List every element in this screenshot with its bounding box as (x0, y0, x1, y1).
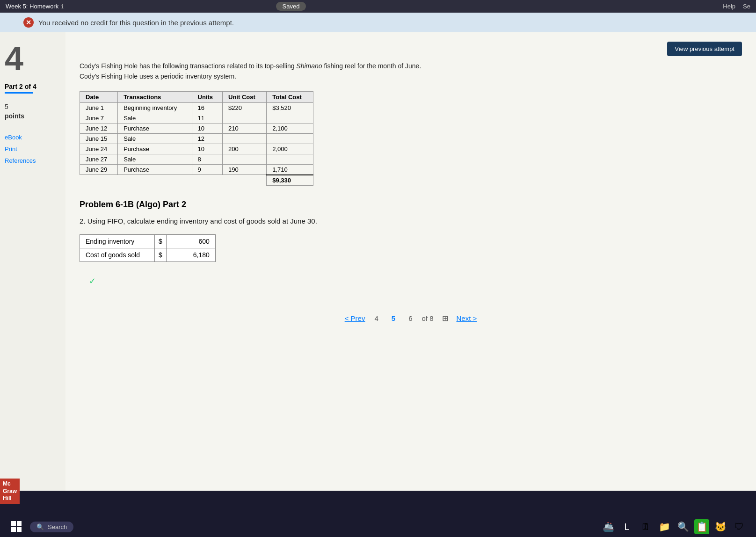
page-title: Week 5: Homework ℹ (6, 3, 64, 10)
taskbar-icon-8[interactable]: 🛡 (732, 519, 747, 534)
sidebar: 4 Part 2 of 4 5 points eBook Print Refer… (0, 32, 65, 491)
part-label: Part 2 of 4 (5, 83, 61, 90)
col-total-cost: Total Cost (267, 91, 313, 102)
table-row: June 15 Sale 12 (80, 133, 313, 144)
taskbar-icon-5[interactable]: 🔍 (676, 519, 691, 534)
page-4-button[interactable]: 4 (371, 312, 382, 324)
mcgraw-badge: Mc Graw Hill (0, 479, 20, 504)
answer-table: Ending inventory $ Cost of goods sold $ (80, 234, 216, 262)
taskbar-icon-7[interactable]: 🐱 (713, 519, 728, 534)
help-link[interactable]: Help (723, 3, 735, 10)
table-row: June 12 Purchase 10 210 2,100 (80, 123, 313, 133)
print-link[interactable]: Print (5, 145, 61, 152)
bottom-nav: < Prev 4 5 6 of 8 ⊞ Next > (80, 305, 742, 332)
col-date: Date (80, 91, 118, 102)
table-row: June 7 Sale 11 (80, 113, 313, 123)
taskbar-icon-3[interactable]: 🗓 (638, 519, 653, 534)
table-row: June 1 Beginning inventory 16 $220 $3,52… (80, 102, 313, 113)
part-underline (5, 92, 33, 94)
cogs-row: Cost of goods sold $ (80, 248, 216, 261)
start-button[interactable] (9, 519, 24, 534)
page-6-button[interactable]: 6 (405, 312, 416, 324)
content-area: View previous attempt Cody's Fishing Hol… (65, 32, 756, 491)
checkmark-icon: ✓ (89, 276, 96, 286)
sub-question: 2. Using FIFO, calculate ending inventor… (80, 217, 742, 225)
notice-bar: ✕ You received no credit for this questi… (0, 13, 756, 32)
next-button[interactable]: Next > (457, 314, 477, 322)
question-text-2: fishing reel for the month of June. (322, 62, 422, 70)
view-previous-button[interactable]: View previous attempt (667, 42, 742, 56)
question-text-1: Cody's Fishing Hole has the following tr… (80, 62, 296, 70)
ending-inventory-field[interactable] (172, 238, 210, 245)
question-number: 4 (5, 42, 61, 75)
search-bar[interactable]: 🔍 Search (30, 522, 73, 532)
col-units: Units (192, 91, 222, 102)
sidebar-links: eBook Print References (5, 134, 61, 164)
transaction-table: Date Transactions Units Unit Cost Total … (80, 91, 313, 186)
top-bar-right: Help Se (723, 3, 750, 10)
settings-link[interactable]: Se (743, 3, 750, 10)
main-content: 4 Part 2 of 4 5 points eBook Print Refer… (0, 32, 756, 491)
mcgraw-line2: Graw (3, 488, 17, 495)
prev-button[interactable]: < Prev (345, 314, 365, 322)
col-transactions: Transactions (118, 91, 192, 102)
title-text: Week 5: Homework (6, 3, 58, 10)
total-value: $9,330 (267, 175, 313, 186)
shimano-text: Shimano (296, 62, 322, 70)
ending-inventory-dollar: $ (155, 234, 167, 248)
info-icon[interactable]: ℹ (61, 3, 64, 10)
table-row: June 24 Purchase 10 200 2,000 (80, 144, 313, 154)
problem-heading: Problem 6-1B (Algo) Part 2 (80, 200, 742, 210)
cogs-field[interactable] (172, 251, 210, 259)
notice-message: You received no credit for this question… (38, 19, 234, 27)
mcgraw-line1: Mc (3, 480, 17, 488)
taskbar: 🔍 Search 🚢 L 🗓 📁 🔍 📋 🐱 🛡 (0, 516, 756, 537)
of-text: of 8 (422, 314, 434, 322)
table-total-row: $9,330 (80, 175, 313, 186)
references-link[interactable]: References (5, 157, 61, 164)
table-row: June 27 Sale 8 (80, 154, 313, 164)
search-placeholder: Search (48, 523, 67, 530)
taskbar-icon-2[interactable]: L (619, 519, 634, 534)
ending-inventory-row: Ending inventory $ (80, 234, 216, 248)
taskbar-icon-6[interactable]: 📋 (694, 519, 709, 534)
table-row: June 29 Purchase 9 190 1,710 (80, 164, 313, 175)
saved-badge: Saved (276, 2, 306, 11)
top-bar: Week 5: Homework ℹ Saved Help Se (0, 0, 756, 13)
taskbar-icon-1[interactable]: 🚢 (601, 519, 616, 534)
notice-icon: ✕ (23, 17, 34, 28)
col-unit-cost: Unit Cost (223, 91, 267, 102)
points-suffix: points (5, 112, 61, 120)
ending-inventory-input[interactable] (166, 234, 215, 248)
ebook-link[interactable]: eBook (5, 134, 61, 141)
search-icon: 🔍 (36, 523, 44, 530)
cogs-input[interactable] (166, 248, 215, 261)
ending-inventory-label: Ending inventory (80, 234, 155, 248)
question-text-3: Cody's Fishing Hole uses a periodic inve… (80, 73, 236, 80)
mcgraw-line3: Hill (3, 495, 17, 502)
question-text: Cody's Fishing Hole has the following tr… (80, 61, 742, 82)
taskbar-icon-4[interactable]: 📁 (657, 519, 672, 534)
cogs-dollar: $ (155, 248, 167, 261)
page-5-button[interactable]: 5 (388, 312, 399, 324)
grid-icon[interactable]: ⊞ (442, 314, 448, 323)
cogs-label: Cost of goods sold (80, 248, 155, 261)
points-value: 5 (5, 103, 61, 110)
